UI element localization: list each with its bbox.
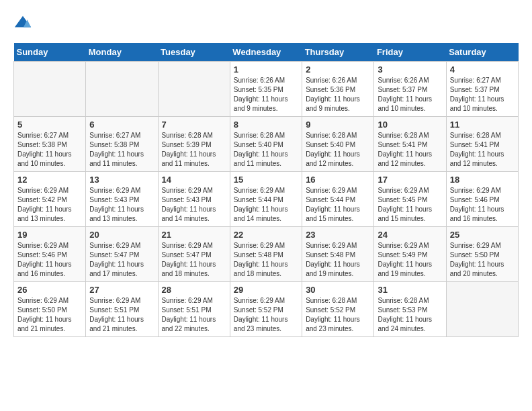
day-info: Sunrise: 6:29 AM Sunset: 5:47 PM Dayligh… [89,241,154,279]
day-info: Sunrise: 6:29 AM Sunset: 5:46 PM Dayligh… [450,186,515,224]
day-info: Sunrise: 6:29 AM Sunset: 5:50 PM Dayligh… [450,241,515,279]
day-header-sunday: Sunday [14,43,86,62]
day-number: 24 [378,230,442,240]
day-info: Sunrise: 6:26 AM Sunset: 5:35 PM Dayligh… [234,76,298,113]
day-info: Sunrise: 6:28 AM Sunset: 5:53 PM Dayligh… [378,296,442,334]
calendar-cell: 16Sunrise: 6:29 AM Sunset: 5:44 PM Dayli… [302,172,374,227]
day-info: Sunrise: 6:29 AM Sunset: 5:48 PM Dayligh… [306,241,370,279]
calendar-cell: 25Sunrise: 6:29 AM Sunset: 5:50 PM Dayli… [446,227,518,282]
calendar-cell: 28Sunrise: 6:29 AM Sunset: 5:51 PM Dayli… [158,282,230,337]
day-info: Sunrise: 6:27 AM Sunset: 5:38 PM Dayligh… [89,131,154,169]
day-info: Sunrise: 6:29 AM Sunset: 5:46 PM Dayligh… [17,241,82,279]
calendar-cell: 27Sunrise: 6:29 AM Sunset: 5:51 PM Dayli… [86,282,158,337]
calendar-cell: 15Sunrise: 6:29 AM Sunset: 5:44 PM Dayli… [230,172,302,227]
day-info: Sunrise: 6:26 AM Sunset: 5:37 PM Dayligh… [378,76,442,113]
day-info: Sunrise: 6:27 AM Sunset: 5:38 PM Dayligh… [17,131,82,169]
day-number: 20 [89,230,154,240]
calendar-cell: 9Sunrise: 6:28 AM Sunset: 5:40 PM Daylig… [302,117,374,172]
day-info: Sunrise: 6:28 AM Sunset: 5:52 PM Dayligh… [306,296,370,334]
calendar-cell: 21Sunrise: 6:29 AM Sunset: 5:47 PM Dayli… [158,227,230,282]
day-number: 31 [378,285,442,295]
calendar-cell [158,62,230,117]
day-info: Sunrise: 6:29 AM Sunset: 5:45 PM Dayligh… [378,186,442,224]
week-row-1: 1Sunrise: 6:26 AM Sunset: 5:35 PM Daylig… [14,62,519,117]
calendar-cell: 26Sunrise: 6:29 AM Sunset: 5:50 PM Dayli… [14,282,86,337]
week-row-4: 19Sunrise: 6:29 AM Sunset: 5:46 PM Dayli… [14,227,519,282]
calendar-table: SundayMondayTuesdayWednesdayThursdayFrid… [13,43,519,337]
day-number: 19 [17,230,82,240]
day-number: 15 [234,175,298,185]
day-header-thursday: Thursday [302,43,374,62]
day-number: 22 [234,230,298,240]
calendar-cell: 14Sunrise: 6:29 AM Sunset: 5:43 PM Dayli… [158,172,230,227]
page-header [13,13,519,32]
calendar-cell: 3Sunrise: 6:26 AM Sunset: 5:37 PM Daylig… [374,62,446,117]
day-number: 30 [306,285,370,295]
day-header-friday: Friday [374,43,446,62]
calendar-cell: 22Sunrise: 6:29 AM Sunset: 5:48 PM Dayli… [230,227,302,282]
calendar-cell: 8Sunrise: 6:28 AM Sunset: 5:40 PM Daylig… [230,117,302,172]
calendar-cell: 30Sunrise: 6:28 AM Sunset: 5:52 PM Dayli… [302,282,374,337]
week-row-3: 12Sunrise: 6:29 AM Sunset: 5:42 PM Dayli… [14,172,519,227]
calendar-cell: 11Sunrise: 6:28 AM Sunset: 5:41 PM Dayli… [446,117,518,172]
calendar-cell: 7Sunrise: 6:28 AM Sunset: 5:39 PM Daylig… [158,117,230,172]
day-info: Sunrise: 6:29 AM Sunset: 5:50 PM Dayligh… [17,296,82,334]
day-number: 6 [89,120,154,130]
day-number: 28 [162,285,226,295]
day-number: 14 [162,175,226,185]
day-number: 7 [162,120,226,130]
calendar-cell [86,62,158,117]
day-number: 16 [306,175,370,185]
day-number: 18 [450,175,515,185]
week-row-5: 26Sunrise: 6:29 AM Sunset: 5:50 PM Dayli… [14,282,519,337]
calendar-cell: 19Sunrise: 6:29 AM Sunset: 5:46 PM Dayli… [14,227,86,282]
calendar-cell: 24Sunrise: 6:29 AM Sunset: 5:49 PM Dayli… [374,227,446,282]
day-number: 12 [17,175,82,185]
day-number: 10 [378,120,442,130]
day-number: 11 [450,120,515,130]
day-info: Sunrise: 6:29 AM Sunset: 5:44 PM Dayligh… [306,186,370,224]
day-header-saturday: Saturday [446,43,518,62]
day-info: Sunrise: 6:29 AM Sunset: 5:43 PM Dayligh… [162,186,226,224]
day-info: Sunrise: 6:28 AM Sunset: 5:41 PM Dayligh… [378,131,442,169]
day-number: 2 [306,64,370,75]
day-header-monday: Monday [86,43,158,62]
day-number: 1 [234,64,298,75]
calendar-cell: 17Sunrise: 6:29 AM Sunset: 5:45 PM Dayli… [374,172,446,227]
calendar-cell: 31Sunrise: 6:28 AM Sunset: 5:53 PM Dayli… [374,282,446,337]
day-number: 25 [450,230,515,240]
day-number: 29 [234,285,298,295]
day-info: Sunrise: 6:29 AM Sunset: 5:47 PM Dayligh… [162,241,226,279]
calendar-cell: 12Sunrise: 6:29 AM Sunset: 5:42 PM Dayli… [14,172,86,227]
logo [13,13,35,32]
day-info: Sunrise: 6:29 AM Sunset: 5:44 PM Dayligh… [234,186,298,224]
calendar-cell [446,282,518,337]
day-info: Sunrise: 6:29 AM Sunset: 5:52 PM Dayligh… [234,296,298,334]
calendar-cell: 4Sunrise: 6:27 AM Sunset: 5:37 PM Daylig… [446,62,518,117]
day-info: Sunrise: 6:29 AM Sunset: 5:51 PM Dayligh… [162,296,226,334]
day-number: 23 [306,230,370,240]
calendar-cell: 29Sunrise: 6:29 AM Sunset: 5:52 PM Dayli… [230,282,302,337]
calendar-cell: 23Sunrise: 6:29 AM Sunset: 5:48 PM Dayli… [302,227,374,282]
week-row-2: 5Sunrise: 6:27 AM Sunset: 5:38 PM Daylig… [14,117,519,172]
day-header-wednesday: Wednesday [230,43,302,62]
day-info: Sunrise: 6:29 AM Sunset: 5:51 PM Dayligh… [89,296,154,334]
day-info: Sunrise: 6:26 AM Sunset: 5:36 PM Dayligh… [306,76,370,113]
day-number: 3 [378,64,442,75]
day-info: Sunrise: 6:28 AM Sunset: 5:41 PM Dayligh… [450,131,515,169]
day-info: Sunrise: 6:29 AM Sunset: 5:42 PM Dayligh… [17,186,82,224]
day-info: Sunrise: 6:28 AM Sunset: 5:39 PM Dayligh… [162,131,226,169]
calendar-cell: 13Sunrise: 6:29 AM Sunset: 5:43 PM Dayli… [86,172,158,227]
calendar-cell: 20Sunrise: 6:29 AM Sunset: 5:47 PM Dayli… [86,227,158,282]
day-number: 17 [378,175,442,185]
calendar-cell [14,62,86,117]
day-header-row: SundayMondayTuesdayWednesdayThursdayFrid… [14,43,519,62]
calendar-cell: 2Sunrise: 6:26 AM Sunset: 5:36 PM Daylig… [302,62,374,117]
day-number: 8 [234,120,298,130]
calendar-cell: 18Sunrise: 6:29 AM Sunset: 5:46 PM Dayli… [446,172,518,227]
day-info: Sunrise: 6:28 AM Sunset: 5:40 PM Dayligh… [234,131,298,169]
day-info: Sunrise: 6:28 AM Sunset: 5:40 PM Dayligh… [306,131,370,169]
day-number: 13 [89,175,154,185]
day-number: 26 [17,285,82,295]
day-number: 21 [162,230,226,240]
